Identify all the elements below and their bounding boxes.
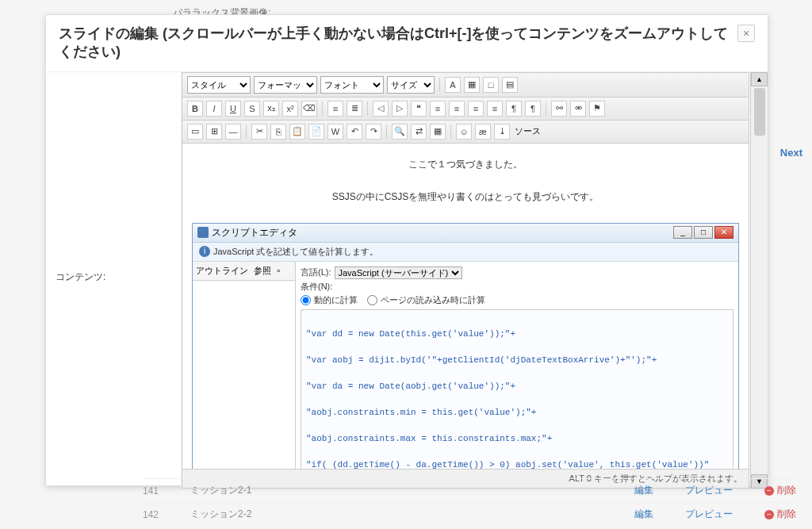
- quote-icon[interactable]: ❝: [411, 101, 427, 117]
- edit-link[interactable]: 編集: [620, 484, 653, 497]
- outline-tab[interactable]: アウトライン: [196, 266, 248, 275]
- selectall-icon[interactable]: ▦: [430, 124, 446, 140]
- content-line: SSJSの中にCSJSを無理やり書くのはとっても見づらいです。: [192, 190, 739, 204]
- scroll-thumb[interactable]: [754, 88, 765, 136]
- tab-icon[interactable]: ▫: [277, 266, 280, 275]
- align-right-icon[interactable]: ≡: [468, 101, 484, 117]
- subscript-icon[interactable]: x₂: [263, 101, 279, 117]
- modal-header: スライドの編集 (スクロールバーが上手く動かない場合はCtrl+[-]を使ってコ…: [46, 15, 768, 72]
- reference-tab[interactable]: 参照: [254, 266, 271, 275]
- row-name: ミッション2-2: [190, 508, 604, 521]
- slide-list: 141 ミッション2-1 編集 プレビュー −削除 142 ミッション2-2 編…: [143, 478, 796, 526]
- modal-title: スライドの編集 (スクロールバーが上手く動かない場合はCtrl+[-]を使ってコ…: [59, 25, 731, 62]
- scroll-up-icon[interactable]: ▲: [751, 72, 768, 86]
- maximize-icon[interactable]: □: [694, 226, 713, 239]
- paste-icon[interactable]: 📋: [289, 124, 305, 140]
- minus-icon: −: [764, 510, 774, 519]
- table-row: 141 ミッション2-1 編集 プレビュー −削除: [143, 478, 796, 502]
- unlink-icon[interactable]: ⚮: [570, 101, 586, 117]
- source-button[interactable]: ソース: [515, 125, 541, 137]
- language-select[interactable]: JavaScript (サーバーサイド): [335, 266, 462, 279]
- redo-icon[interactable]: ↷: [366, 124, 381, 140]
- toolbar-row-1: スタイル フォーマット フォント サイズ A ▦ □ ▤: [182, 73, 749, 98]
- edit-link[interactable]: 編集: [620, 508, 653, 521]
- list-ul-icon[interactable]: ≣: [347, 101, 362, 117]
- superscript-icon[interactable]: x²: [282, 101, 298, 117]
- align-justify-icon[interactable]: ≡: [487, 101, 503, 117]
- align-center-icon[interactable]: ≡: [449, 101, 465, 117]
- delete-link[interactable]: −削除: [764, 508, 796, 521]
- smiley-icon[interactable]: ☺: [456, 124, 472, 140]
- paste-word-icon[interactable]: W: [327, 124, 343, 140]
- content-line: ここで１つ気づきました。: [192, 158, 739, 171]
- info-text: JavaScript 式を記述して値を計算します。: [213, 246, 378, 258]
- image-icon[interactable]: ▭: [187, 124, 203, 140]
- preview-link[interactable]: プレビュー: [685, 508, 733, 521]
- italic-icon[interactable]: I: [206, 101, 222, 117]
- pagebreak-icon[interactable]: ⤓: [494, 124, 510, 140]
- outdent-icon[interactable]: ◁: [373, 101, 389, 117]
- text-color-icon[interactable]: A: [445, 77, 461, 93]
- bg-color-icon[interactable]: ▦: [464, 77, 480, 93]
- specialchar-icon[interactable]: æ: [475, 124, 491, 140]
- language-label: 言語(L):: [301, 266, 331, 278]
- font-select[interactable]: フォント: [320, 76, 384, 94]
- underline-icon[interactable]: U: [225, 101, 241, 117]
- align-left-icon[interactable]: ≡: [430, 101, 446, 117]
- replace-icon[interactable]: ⇄: [411, 124, 427, 140]
- cut-icon[interactable]: ✂: [251, 124, 267, 140]
- outline-panel: アウトライン 参照 ▫: [193, 262, 296, 469]
- modal-close-button[interactable]: ×: [737, 25, 755, 42]
- indent-icon[interactable]: ▷: [392, 101, 408, 117]
- link-icon[interactable]: ⚯: [551, 101, 567, 117]
- minus-icon: −: [764, 486, 774, 496]
- row-num: 142: [143, 509, 190, 520]
- delete-link[interactable]: −削除: [764, 484, 796, 497]
- find-icon[interactable]: 🔍: [392, 124, 408, 140]
- script-editor-window: スクリプトエディタ _ □ ✕ i JavaScript 式を記述して値を計算し…: [192, 223, 739, 469]
- table-icon[interactable]: ⊞: [206, 124, 222, 140]
- paste-text-icon[interactable]: 📄: [308, 124, 324, 140]
- ltr-icon[interactable]: ¶: [506, 101, 522, 117]
- dynamic-radio-label: 動的に計算: [314, 294, 358, 306]
- hr-icon[interactable]: —: [225, 124, 241, 140]
- minimize-icon[interactable]: _: [673, 226, 692, 239]
- vertical-scrollbar[interactable]: ▲ ▼: [750, 72, 768, 489]
- bold-icon[interactable]: B: [187, 101, 203, 117]
- tool-icon[interactable]: □: [483, 77, 499, 93]
- script-editor-info: i JavaScript 式を記述して値を計算します。: [193, 243, 738, 262]
- row-num: 141: [143, 485, 190, 496]
- format-select[interactable]: フォーマット: [254, 76, 317, 94]
- list-ol-icon[interactable]: ≡: [327, 101, 343, 117]
- copy-icon[interactable]: ⎘: [270, 124, 286, 140]
- editor-area: スタイル フォーマット フォント サイズ A ▦ □ ▤ B I U S x₂: [181, 72, 768, 489]
- next-link[interactable]: Next: [780, 147, 802, 159]
- contents-label: コンテンツ:: [46, 72, 181, 489]
- onload-radio[interactable]: [367, 295, 377, 305]
- table-row: 142 ミッション2-2 編集 プレビュー −削除: [143, 502, 796, 526]
- toolbar-row-3: ▭ ⊞ — ✂ ⎘ 📋 📄 W ↶ ↷ 🔍 ⇄ ▦ ☺: [182, 121, 749, 144]
- content-editable-area[interactable]: ここで１つ気づきました。 SSJSの中にCSJSを無理やり書くのはとっても見づら…: [182, 144, 749, 469]
- close-icon[interactable]: ✕: [714, 226, 733, 239]
- script-editor-icon: [197, 227, 209, 238]
- info-icon: i: [199, 246, 210, 257]
- size-select[interactable]: サイズ: [387, 76, 435, 94]
- style-select[interactable]: スタイル: [187, 76, 251, 94]
- script-editor-titlebar[interactable]: スクリプトエディタ _ □ ✕: [193, 224, 738, 243]
- dynamic-radio[interactable]: [301, 295, 311, 305]
- condition-label: 条件(N):: [301, 281, 332, 293]
- code-editor[interactable]: "var dd = new Date(this.get('value'));"+…: [301, 309, 733, 469]
- row-name: ミッション2-1: [190, 484, 604, 497]
- onload-radio-label: ページの読み込み時に計算: [381, 294, 485, 306]
- tool-icon[interactable]: ▤: [502, 77, 518, 93]
- clear-format-icon[interactable]: ⌫: [301, 101, 317, 117]
- script-editor-title: スクリプトエディタ: [212, 226, 297, 240]
- preview-link[interactable]: プレビュー: [685, 484, 733, 497]
- edit-slide-modal: スライドの編集 (スクロールバーが上手く動かない場合はCtrl+[-]を使ってコ…: [45, 14, 768, 486]
- strike-icon[interactable]: S: [244, 101, 260, 117]
- anchor-icon[interactable]: ⚑: [589, 101, 605, 117]
- undo-icon[interactable]: ↶: [347, 124, 362, 140]
- rtl-icon[interactable]: ¶: [525, 101, 541, 117]
- toolbar-row-2: B I U S x₂ x² ⌫ ≡ ≣ ◁ ▷ ❝ ≡ ≡ ≡: [182, 98, 749, 121]
